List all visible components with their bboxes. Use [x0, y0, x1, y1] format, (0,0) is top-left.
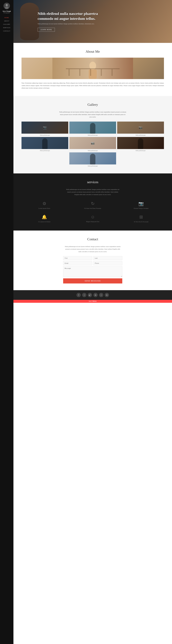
- svg-rect-8: [68, 69, 70, 76]
- gallery-title: Gallery: [22, 103, 164, 107]
- sidebar-name: Steve Waugh: [3, 10, 11, 12]
- instagram-button[interactable]: in: [93, 293, 98, 297]
- email-field[interactable]: [63, 261, 92, 265]
- service-item-1: ⚙ Lorem Ipsum Dolor: [22, 200, 67, 210]
- svg-point-1: [6, 4, 8, 6]
- gallery-caption-4: Nulla pellentesque: [22, 150, 68, 151]
- sidebar-item-about[interactable]: ABOUT: [0, 20, 14, 22]
- service-label-5: Magna Aliquyam Erat: [71, 221, 114, 222]
- contact-form: Send Message: [63, 256, 122, 284]
- first-name-field[interactable]: [63, 256, 92, 260]
- gallery-thumb-5: 📷: [69, 137, 116, 149]
- watermark-bar: 论坛下载地址: [14, 300, 172, 303]
- gallery-item-4[interactable]: Nulla pellentesque: [22, 137, 68, 151]
- sidebar: Steve Waugh Photographer HOME ABOUT GALL…: [0, 0, 14, 303]
- about-image: [22, 58, 164, 79]
- svg-rect-12: [112, 69, 113, 76]
- services-section: services Nulla pellentesque mi non laore…: [14, 174, 172, 230]
- facebook-button[interactable]: f: [76, 293, 81, 297]
- service-item-5: ☺ Magna Aliquyam Erat: [70, 213, 116, 224]
- service-label-1: Lorem Ipsum Dolor: [23, 208, 66, 209]
- person-silhouette-7: [90, 154, 96, 164]
- gallery-caption-6: Nulla pellentesque: [117, 150, 164, 151]
- sidebar-item-gallery[interactable]: GALLERY: [0, 23, 14, 26]
- avatar: [4, 3, 10, 9]
- learn-more-button[interactable]: LEARN MORE: [38, 28, 55, 32]
- gallery-description: Nulla pellentesque mi non laoreet eleife…: [59, 111, 126, 118]
- gallery-item-6[interactable]: Nulla pellentesque: [117, 137, 164, 151]
- linkedin-button[interactable]: in: [105, 293, 109, 297]
- person-silhouette-6: [138, 138, 143, 149]
- gallery-thumb-3: 📷: [117, 122, 164, 134]
- gallery-item-3[interactable]: 📷 Nulla pellentesque: [117, 122, 164, 136]
- sidebar-item-home[interactable]: HOME: [0, 16, 14, 19]
- contact-row: [63, 261, 122, 265]
- person-silhouette-4: [42, 138, 48, 149]
- person-silhouette-2: [90, 123, 96, 134]
- gear-icon: ⚙: [23, 201, 66, 206]
- svg-rect-9: [79, 69, 80, 76]
- service-label-2: Sit Amet Sed Diam Nonumy: [71, 208, 114, 209]
- gallery-caption-3: Nulla pellentesque: [117, 134, 164, 136]
- camera-icon-1: 📷: [43, 126, 47, 130]
- gallery-caption-7: Nulla pellentesque: [69, 165, 116, 167]
- camera-icon-3: 📷: [139, 126, 143, 130]
- sidebar-navigation: HOME ABOUT GALLERY SERVICES CONTACT: [0, 16, 14, 32]
- services-title: services: [22, 180, 164, 184]
- gallery-caption-2: Nulla pellentesque: [69, 134, 116, 136]
- gallery-thumb-6: [117, 137, 164, 149]
- hero-content: Nibh eleifend nulla nascetur pharetra co…: [14, 11, 108, 32]
- contact-section: Contact Nulla pellentesque mi non laoree…: [14, 230, 172, 290]
- gallery-section: Gallery Nulla pellentesque mi non laoree…: [14, 96, 172, 174]
- hero-title: Nibh eleifend nulla nascetur pharetra co…: [38, 11, 102, 21]
- gallery-caption-5: Nulla pellentesque: [69, 150, 116, 151]
- send-message-button[interactable]: Send Message: [63, 278, 122, 284]
- vimeo-button[interactable]: v: [99, 293, 103, 297]
- sidebar-subtitle: Photographer: [4, 12, 10, 14]
- gallery-item-1[interactable]: 📷 Nulla pellentesque: [22, 122, 68, 136]
- gallery-item-2[interactable]: Nulla pellentesque: [69, 122, 116, 136]
- service-label-3: Eirmod Tempor Invidunt: [120, 208, 162, 209]
- services-grid: ⚙ Lorem Ipsum Dolor ↻ Sit Amet Sed Diam …: [22, 200, 164, 224]
- service-item-3: 📷 Eirmod Tempor Invidunt: [118, 200, 164, 210]
- service-item-2: ↻ Sit Amet Sed Diam Nonumy: [70, 200, 116, 210]
- hero-section: Nibh eleifend nulla nascetur pharetra co…: [14, 0, 172, 43]
- camera-service-icon: 📷: [120, 201, 162, 206]
- message-field[interactable]: [63, 266, 122, 277]
- google-plus-button[interactable]: g+: [88, 293, 92, 297]
- contact-title: Contact: [22, 237, 164, 241]
- hero-subtitle: Nulla pellentesque mi non laoreet eleife…: [38, 23, 102, 25]
- last-name-field[interactable]: [93, 256, 122, 260]
- svg-rect-11: [101, 69, 102, 76]
- svg-rect-7: [66, 68, 120, 69]
- gallery-thumb-4: [22, 137, 68, 149]
- gallery-caption-1: Nulla pellentesque: [22, 134, 68, 136]
- service-label-4: Ut Labore Et Dolore: [23, 221, 66, 222]
- gallery-item-7[interactable]: Nulla pellentesque: [69, 152, 116, 167]
- sidebar-item-contact[interactable]: CONTACT: [0, 30, 14, 32]
- name-row: [63, 256, 122, 260]
- about-section: About Me: [14, 43, 172, 96]
- social-footer: f t g+ in v in: [14, 290, 172, 300]
- gallery-grid: 📷 Nulla pellentesque Nulla pellentesque …: [22, 122, 164, 167]
- service-item-4: 🔔 Ut Labore Et Dolore: [22, 213, 67, 224]
- phone-field[interactable]: [93, 261, 122, 265]
- gallery-thumb-2: [69, 122, 116, 134]
- contact-description: Nulla pellentesque mi non laoreet eleife…: [64, 245, 121, 253]
- bell-icon: 🔔: [23, 214, 66, 220]
- about-text: Nunc fermentum adipiscing tempor cursus …: [22, 82, 164, 89]
- gallery-item-5[interactable]: 📷 Nulla pellentesque: [69, 137, 116, 151]
- twitter-button[interactable]: t: [82, 293, 87, 297]
- camera-icon-5: 📷: [91, 141, 95, 145]
- smile-icon: ☺: [71, 214, 114, 220]
- svg-rect-10: [90, 69, 91, 76]
- service-item-6: ⊞ At Vero Eos Et Accusam: [118, 213, 164, 224]
- main-content: Nibh eleifend nulla nascetur pharetra co…: [14, 0, 172, 303]
- gallery-thumb-1: 📷: [22, 122, 68, 134]
- plus-box-icon: ⊞: [120, 214, 162, 220]
- services-description: Nulla pellentesque mi non laoreet eleife…: [66, 188, 120, 196]
- about-title: About Me: [22, 50, 164, 54]
- service-label-6: At Vero Eos Et Accusam: [120, 221, 162, 222]
- gallery-thumb-7: [69, 152, 116, 164]
- sidebar-item-services[interactable]: SERVICES: [0, 26, 14, 29]
